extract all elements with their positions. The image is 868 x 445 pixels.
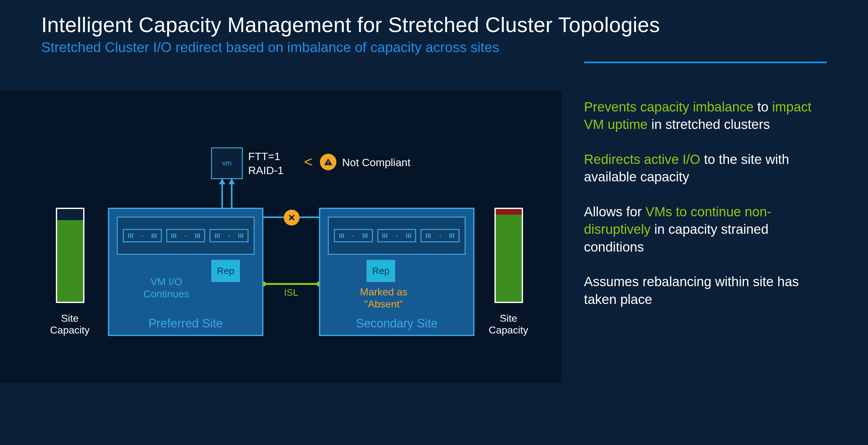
preferred-status-label: VM I/O Continues bbox=[131, 276, 201, 300]
rack-icon bbox=[123, 229, 162, 242]
secondary-status-label: Marked as "Absent" bbox=[349, 286, 418, 310]
secondary-rack-row bbox=[328, 217, 466, 255]
svg-rect-6 bbox=[328, 164, 329, 165]
left-capacity-label: Site Capacity bbox=[41, 313, 98, 336]
not-compliant-label: Not Compliant bbox=[342, 156, 410, 169]
preferred-site-name: Preferred Site bbox=[109, 317, 262, 330]
preferred-rack-row bbox=[117, 217, 254, 255]
secondary-site-name: Secondary Site bbox=[320, 317, 473, 330]
secondary-rep-box: Rep bbox=[367, 260, 395, 282]
benefit-item: Assumes rebalancing within site has take… bbox=[584, 273, 827, 308]
vm-box: vm bbox=[211, 147, 243, 179]
benefits-panel: Prevents capacity imbalance to impact VM… bbox=[584, 62, 827, 382]
preferred-site-box: Rep VM I/O Continues Preferred Site bbox=[108, 208, 264, 336]
disconnect-icon bbox=[284, 210, 300, 226]
warning-icon bbox=[320, 154, 336, 170]
rack-icon bbox=[210, 229, 248, 242]
left-capacity-bar bbox=[56, 208, 85, 303]
divider-rule bbox=[584, 62, 827, 63]
rack-icon bbox=[421, 229, 460, 242]
isl-label: ISL bbox=[284, 287, 298, 298]
secondary-site-box: Rep Marked as "Absent" Secondary Site bbox=[319, 208, 474, 336]
right-capacity-label: Site Capacity bbox=[480, 313, 537, 336]
less-than-symbol: < bbox=[304, 153, 313, 170]
right-capacity-bar bbox=[494, 208, 523, 303]
diagram-area: Site Capacity Site Capacity Rep VM I/O bbox=[0, 90, 562, 382]
page-title: Intelligent Capacity Management for Stre… bbox=[41, 13, 827, 37]
rack-icon bbox=[377, 229, 416, 242]
page-subtitle: Stretched Cluster I/O redirect based on … bbox=[41, 39, 827, 55]
rack-icon bbox=[334, 229, 373, 242]
benefit-item: Prevents capacity imbalance to impact VM… bbox=[584, 98, 827, 134]
svg-rect-5 bbox=[328, 161, 329, 163]
ftt-label: FTT=1 RAID-1 bbox=[248, 149, 283, 177]
benefit-item: Allows for VMs to continue non-disruptiv… bbox=[584, 203, 827, 256]
preferred-rep-box: Rep bbox=[211, 260, 240, 282]
benefit-item: Redirects active I/O to the site with av… bbox=[584, 151, 827, 186]
rack-icon bbox=[166, 229, 205, 242]
